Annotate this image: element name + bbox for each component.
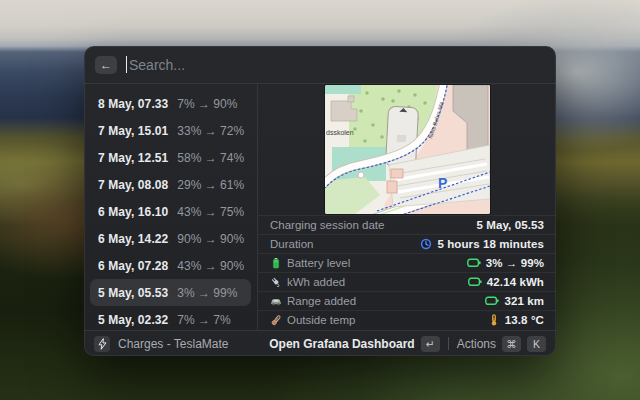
session-date: 7 May, 12.51 — [98, 151, 168, 165]
metadata-label: kWh added — [270, 276, 345, 288]
session-charge-range: 29% → 61% — [177, 178, 244, 192]
duration-text: 5 hours 18 minutes — [437, 238, 544, 250]
battery-level-label-text: Battery level — [287, 257, 350, 269]
thermometer-orange-icon — [488, 314, 500, 326]
command-key: ⌘ — [502, 336, 521, 352]
session-date: 5 May, 02.32 — [98, 313, 168, 327]
primary-action-label: Open Grafana Dashboard — [269, 337, 414, 351]
back-arrow-icon: ← — [100, 58, 112, 72]
list-item[interactable]: 7 May, 08.08 29% → 61% — [90, 171, 251, 198]
metadata-row: Battery level 3% → 99% — [258, 253, 556, 272]
kwh-added-label-text: kWh added — [287, 276, 345, 288]
search-bar: ← — [84, 46, 556, 84]
search-input[interactable] — [127, 57, 545, 73]
session-charge-range: 90% → 90% — [177, 232, 244, 246]
metadata-row: Outside temp 13.8 °C — [258, 310, 556, 329]
session-charge-range: 43% → 75% — [177, 205, 244, 219]
session-charge-range: 3% → 99% — [177, 286, 237, 300]
session-charge-range: 58% → 74% — [177, 151, 244, 165]
actions-menu-button[interactable]: Actions ⌘ K — [457, 336, 546, 352]
detail-panel: dsskolen Niels Bohrs Allé P Charging ses… — [258, 84, 556, 330]
metadata-value: 42.14 kWh — [468, 276, 544, 288]
session-date: 8 May, 07.33 — [98, 97, 168, 111]
charging-location-map: dsskolen Niels Bohrs Allé P — [325, 85, 490, 214]
thermometer-icon — [270, 314, 282, 326]
session-date: 7 May, 08.08 — [98, 178, 168, 192]
metadata-value: 13.8 °C — [488, 314, 544, 326]
k-key: K — [527, 336, 546, 352]
extension-name: Charges - TeslaMate — [118, 337, 229, 351]
metadata-label: Duration — [270, 238, 313, 250]
session-charge-range: 43% → 90% — [177, 259, 244, 273]
metadata-value: 321 km — [485, 295, 544, 307]
return-key: ↵ — [421, 336, 440, 352]
content-area: 8 May, 07.33 7% → 90% 7 May, 15.01 33% →… — [84, 84, 556, 330]
metadata-row: Charging session date 5 May, 05.53 — [258, 215, 556, 234]
battery-outline-icon — [467, 258, 481, 268]
session-date: 6 May, 16.10 — [98, 205, 168, 219]
list-item[interactable]: 7 May, 15.01 33% → 72% — [90, 117, 251, 144]
metadata-value: 5 May, 05.53 — [477, 219, 544, 231]
map-parking-label: P — [438, 175, 447, 191]
metadata-label: Battery level — [270, 257, 350, 269]
metadata-value: 5 hours 18 minutes — [420, 238, 544, 250]
kwh-added-value-text: 42.14 kWh — [487, 276, 544, 288]
session-charge-range: 7% → 7% — [177, 313, 230, 327]
metadata-value: 3% → 99% — [467, 257, 544, 269]
extension-badge — [94, 336, 110, 352]
lightning-bolt-icon — [98, 338, 107, 350]
plug-icon — [270, 276, 282, 288]
list-item-selected[interactable]: 5 May, 05.53 3% → 99% — [90, 279, 251, 306]
map-pitch — [325, 85, 361, 94]
battery-icon — [270, 257, 282, 269]
metadata-label: Charging session date — [270, 219, 384, 231]
car-icon — [270, 295, 282, 307]
session-date: 6 May, 07.28 — [98, 259, 168, 273]
session-date: 7 May, 15.01 — [98, 124, 168, 138]
list-item[interactable]: 8 May, 07.33 7% → 90% — [90, 90, 251, 117]
range-added-label-text: Range added — [287, 295, 356, 307]
range-added-value-text: 321 km — [504, 295, 544, 307]
metadata-row: Range added 321 km — [258, 291, 556, 310]
map-school-label: dsskolen — [326, 129, 354, 136]
clock-icon — [420, 238, 432, 250]
session-date: 6 May, 14.22 — [98, 232, 168, 246]
battery-level-value-text: 3% → 99% — [486, 257, 544, 269]
raycast-window: ← 8 May, 07.33 7% → 90% 7 May, 15.01 33%… — [84, 46, 556, 356]
action-bar: Charges - TeslaMate Open Grafana Dashboa… — [84, 330, 556, 356]
footer-divider — [448, 337, 449, 350]
charge-session-list: 8 May, 07.33 7% → 90% 7 May, 15.01 33% →… — [84, 84, 258, 330]
list-item[interactable]: 6 May, 07.28 43% → 90% — [90, 252, 251, 279]
metadata-label: Outside temp — [270, 314, 355, 326]
session-charge-range: 7% → 90% — [177, 97, 237, 111]
battery-outline-icon — [468, 277, 482, 287]
session-charge-range: 33% → 72% — [177, 124, 244, 138]
actions-label: Actions — [457, 337, 496, 351]
metadata-row: Duration 5 hours 18 minutes — [258, 234, 556, 253]
session-metadata: Charging session date 5 May, 05.53 Durat… — [258, 215, 556, 329]
open-grafana-dashboard-button[interactable]: Open Grafana Dashboard ↵ — [269, 336, 439, 352]
list-item[interactable]: 5 May, 02.32 7% → 7% — [90, 306, 251, 333]
list-item[interactable]: 6 May, 14.22 90% → 90% — [90, 225, 251, 252]
outside-temp-label-text: Outside temp — [287, 314, 355, 326]
back-button[interactable]: ← — [95, 56, 117, 74]
metadata-label: Range added — [270, 295, 356, 307]
outside-temp-value-text: 13.8 °C — [505, 314, 544, 326]
list-item[interactable]: 6 May, 16.10 43% → 75% — [90, 198, 251, 225]
battery-outline-icon — [485, 296, 499, 306]
list-item[interactable]: 7 May, 12.51 58% → 74% — [90, 144, 251, 171]
metadata-row: kWh added 42.14 kWh — [258, 272, 556, 291]
session-date: 5 May, 05.53 — [98, 286, 168, 300]
